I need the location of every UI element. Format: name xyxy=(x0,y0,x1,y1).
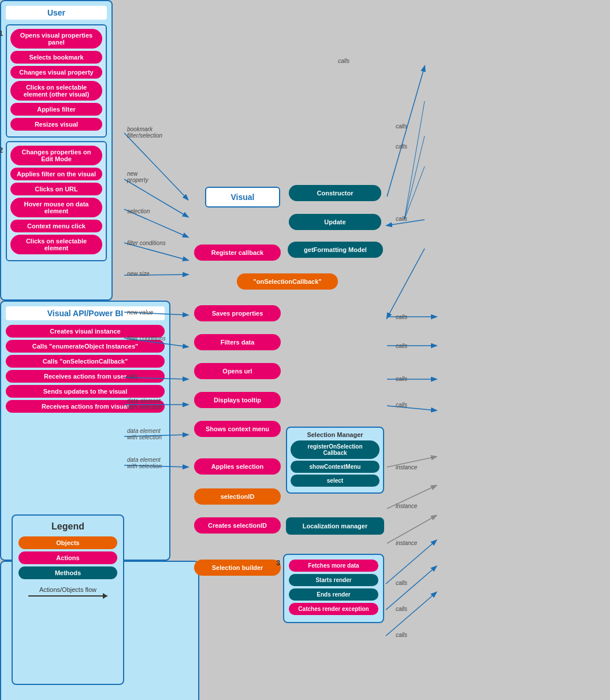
svg-line-0 xyxy=(124,133,188,199)
label-calls-3: calls xyxy=(396,376,407,382)
btn-creates-selection-id[interactable]: Creates selectionID xyxy=(194,517,281,534)
btn-receives-actions-user[interactable]: Receives actions from user xyxy=(6,370,165,383)
svg-line-14 xyxy=(404,166,425,220)
btn-starts-render[interactable]: Starts render xyxy=(289,574,378,586)
btn-show-context-menu[interactable]: showContextMenu xyxy=(291,461,380,473)
label-calls-5: calls xyxy=(396,123,407,129)
label-calls-1: calls xyxy=(396,314,407,320)
btn-shows-context[interactable]: Shows context menu xyxy=(194,421,281,437)
svg-line-23 xyxy=(387,516,436,543)
btn-applies-selection[interactable]: Applies selection xyxy=(194,458,281,475)
diagram-container: User 1 Opens visual properties panel Sel… xyxy=(0,0,610,700)
btn-context-menu[interactable]: Context menu click xyxy=(10,220,102,232)
legend-objects[interactable]: Objects xyxy=(18,536,117,549)
btn-constructor[interactable]: Constructor xyxy=(289,185,381,201)
label-data-element1: data elementwith selection xyxy=(127,398,162,410)
label-calls-2: calls xyxy=(396,343,407,349)
label-data-element3: data elementwith selection xyxy=(127,457,162,469)
label-new-value: new value xyxy=(127,309,153,316)
svg-line-20 xyxy=(387,406,436,410)
visual-title-node: Visual xyxy=(205,187,280,208)
btn-opens-visual[interactable]: Opens visual properties panel xyxy=(10,29,102,49)
section2-label: 2 xyxy=(0,146,3,154)
btn-select[interactable]: select xyxy=(291,475,380,487)
localization-manager-box: Localization manager xyxy=(286,517,384,535)
btn-opens-url[interactable]: Opens url xyxy=(194,363,281,379)
btn-applies-filter-visual[interactable]: Applies filter on the visual xyxy=(10,168,102,180)
btn-fetches-more[interactable]: Fetches more data xyxy=(289,560,378,572)
btn-saves-props[interactable]: Saves properties xyxy=(194,305,281,321)
btn-clicks-selectable[interactable]: Clicks on selectable element xyxy=(10,235,102,254)
localization-manager-label: Localization manager xyxy=(303,523,367,529)
btn-selection-builder[interactable]: Selection builder xyxy=(194,560,281,576)
label-calls-7: calls xyxy=(396,216,407,222)
label-calls-s3-3: calls xyxy=(396,632,407,638)
label-instance-1: instance xyxy=(396,464,417,471)
btn-clicks-url[interactable]: Clicks on URL xyxy=(10,183,102,195)
section1-label: 1 xyxy=(0,29,3,38)
btn-resizes-visual[interactable]: Resizes visual xyxy=(10,118,102,131)
btn-update[interactable]: Update xyxy=(289,214,381,230)
label-filter-conditions1: filter conditions xyxy=(127,240,166,246)
label-url: URL xyxy=(127,374,139,380)
label-calls-s3-1: calls xyxy=(396,580,407,586)
user-panel: User 1 Opens visual properties panel Sel… xyxy=(0,0,113,301)
label-new-property: newproperty xyxy=(127,171,148,183)
svg-line-11 xyxy=(387,66,425,197)
svg-line-25 xyxy=(386,566,436,610)
btn-changes-visual[interactable]: Changes visual property xyxy=(10,66,102,79)
btn-hover-mouse[interactable]: Hover mouse on data element xyxy=(10,198,102,217)
label-instance-3: instance xyxy=(396,540,417,546)
svg-line-26 xyxy=(386,592,436,636)
btn-applies-filter[interactable]: Applies filter xyxy=(10,103,102,116)
btn-register-on-selection[interactable]: registerOnSelection Callback xyxy=(291,440,380,459)
legend-panel: Legend Objects Actions Methods Actions/O… xyxy=(12,514,124,685)
legend-title: Legend xyxy=(18,521,117,532)
label-data-element2: data elementwith selection xyxy=(127,428,162,440)
btn-on-selection[interactable]: Calls "onSelectionCallback" xyxy=(6,355,165,368)
btn-selection-id[interactable]: selectionID xyxy=(194,488,281,505)
label-calls-6: calls xyxy=(396,143,407,150)
selection-manager-title: Selection Manager xyxy=(291,431,380,438)
label-filter-conditions2: filter conditions xyxy=(127,335,166,342)
svg-line-16 xyxy=(387,249,425,318)
btn-register-callback[interactable]: Register callback xyxy=(194,245,281,261)
label-selection: selection xyxy=(127,208,150,214)
label-calls-s3-2: calls xyxy=(396,606,407,612)
btn-ends-render[interactable]: Ends render xyxy=(289,588,378,601)
legend-flow-label: Actions/Objects flow xyxy=(18,586,117,597)
legend-methods[interactable]: Methods xyxy=(18,566,117,579)
btn-sends-updates[interactable]: Sends updates to the visual xyxy=(6,385,165,398)
btn-catches-render[interactable]: Catches render exception xyxy=(289,603,378,615)
legend-actions[interactable]: Actions xyxy=(18,551,117,564)
label-new-size: new size xyxy=(127,271,150,277)
user-section-1: 1 Opens visual properties panel Selects … xyxy=(6,24,107,138)
btn-clicks-selectable-other[interactable]: Clicks on selectable element (other visu… xyxy=(10,81,102,101)
label-calls-4: calls xyxy=(396,402,407,408)
label-calls-top: calls xyxy=(338,58,349,64)
btn-get-formatting[interactable]: getFormatting Model xyxy=(288,242,383,258)
selection-manager-panel: Selection Manager registerOnSelection Ca… xyxy=(286,427,384,494)
btn-changes-props[interactable]: Changes properties on Edit Mode xyxy=(10,146,102,165)
section3-panel: 3 Fetches more data Starts render Ends r… xyxy=(283,554,384,623)
btn-enumerate[interactable]: Calls "enumerateObject Instances" xyxy=(6,340,165,353)
user-section-2: 2 Changes properties on Edit Mode Applie… xyxy=(6,141,107,261)
btn-displays-tooltip[interactable]: Displays tooltip xyxy=(194,392,281,408)
user-panel-title: User xyxy=(6,6,107,20)
svg-line-24 xyxy=(386,540,436,584)
label-instance-2: instance xyxy=(396,503,417,509)
btn-on-selection-cb[interactable]: "onSelectionCallback" xyxy=(237,273,338,290)
section3-label: 3 xyxy=(276,558,280,567)
svg-line-13 xyxy=(404,136,425,220)
btn-filters-data[interactable]: Filters data xyxy=(194,334,281,350)
btn-selects-bookmark[interactable]: Selects bookmark xyxy=(10,51,102,64)
svg-line-12 xyxy=(404,101,425,220)
label-bookmark-filter: bookmarkfilter/selection xyxy=(127,126,162,139)
